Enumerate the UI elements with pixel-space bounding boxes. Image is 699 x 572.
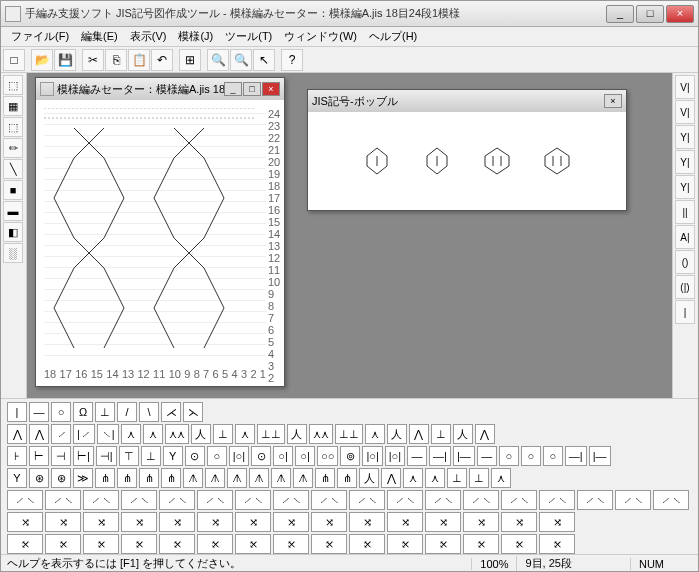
left-tool-1[interactable]: ▦ <box>3 96 23 116</box>
palette-symbol-2-9[interactable]: ○ <box>207 446 227 466</box>
palette-symbol-3-8[interactable]: ⩚ <box>183 468 203 488</box>
palette-symbol-5-4[interactable]: ⤨ <box>159 512 195 532</box>
left-tool-0[interactable]: ⬚ <box>3 75 23 95</box>
palette-symbol-2-12[interactable]: ○| <box>273 446 293 466</box>
copy-button[interactable]: ⎘ <box>105 49 127 71</box>
palette-symbol-3-13[interactable]: ⩚ <box>293 468 313 488</box>
palette-symbol-1-11[interactable]: ⊥⊥ <box>257 424 285 444</box>
palette-symbol-3-15[interactable]: ⋔ <box>337 468 357 488</box>
undo-button[interactable]: ↶ <box>151 49 173 71</box>
palette-symbol-1-4[interactable]: ⟍| <box>97 424 119 444</box>
palette-symbol-6-6[interactable]: ⤪ <box>235 534 271 554</box>
palette-symbol-1-2[interactable]: ⟋ <box>51 424 71 444</box>
palette-symbol-6-4[interactable]: ⤪ <box>159 534 195 554</box>
palette-symbol-5-12[interactable]: ⤨ <box>463 512 499 532</box>
palette-symbol-1-17[interactable]: ⋀ <box>409 424 429 444</box>
palette-symbol-2-2[interactable]: ⊣ <box>51 446 71 466</box>
palette-symbol-1-13[interactable]: ⋏⋏ <box>309 424 333 444</box>
palette-symbol-4-5[interactable]: ⟋⟍ <box>197 490 233 510</box>
left-tool-2[interactable]: ⬚ <box>3 117 23 137</box>
right-tool-7[interactable]: () <box>675 250 695 274</box>
cut-button[interactable]: ✂ <box>82 49 104 71</box>
palette-symbol-2-10[interactable]: |○| <box>229 446 249 466</box>
palette-symbol-2-26[interactable]: |— <box>589 446 611 466</box>
menu-help[interactable]: ヘルプ(H) <box>363 27 423 46</box>
palette-symbol-3-6[interactable]: ⋔ <box>139 468 159 488</box>
palette-symbol-3-7[interactable]: ⋔ <box>161 468 181 488</box>
palette-symbol-1-14[interactable]: ⊥⊥ <box>335 424 363 444</box>
palette-symbol-4-7[interactable]: ⟋⟍ <box>273 490 309 510</box>
palette-symbol-0-8[interactable]: ⋋ <box>183 402 203 422</box>
right-tool-2[interactable]: Y| <box>675 125 695 149</box>
child1-close[interactable]: × <box>262 82 280 96</box>
right-tool-4[interactable]: Y| <box>675 175 695 199</box>
palette-symbol-3-11[interactable]: ⩚ <box>249 468 269 488</box>
left-tool-6[interactable]: ▬ <box>3 201 23 221</box>
palette-symbol-2-4[interactable]: ⊣| <box>96 446 117 466</box>
palette-symbol-6-13[interactable]: ⤪ <box>501 534 537 554</box>
palette-symbol-1-8[interactable]: 人 <box>191 424 211 444</box>
palette-symbol-6-9[interactable]: ⤪ <box>349 534 385 554</box>
palette-symbol-2-1[interactable]: ⊢ <box>29 446 49 466</box>
palette-symbol-6-2[interactable]: ⤪ <box>83 534 119 554</box>
palette-symbol-1-19[interactable]: 人 <box>453 424 473 444</box>
palette-symbol-2-22[interactable]: ○ <box>499 446 519 466</box>
palette-symbol-5-11[interactable]: ⤨ <box>425 512 461 532</box>
palette-symbol-3-19[interactable]: ⋏ <box>425 468 445 488</box>
palette-symbol-2-23[interactable]: ○ <box>521 446 541 466</box>
palette-symbol-2-19[interactable]: —| <box>429 446 451 466</box>
palette-symbol-6-11[interactable]: ⤪ <box>425 534 461 554</box>
palette-symbol-0-2[interactable]: ○ <box>51 402 71 422</box>
right-tool-0[interactable]: V| <box>675 75 695 99</box>
help-button[interactable]: ? <box>281 49 303 71</box>
palette-symbol-3-14[interactable]: ⋔ <box>315 468 335 488</box>
palette-symbol-2-7[interactable]: Y <box>163 446 183 466</box>
palette-symbol-2-25[interactable]: —| <box>565 446 587 466</box>
palette-symbol-4-9[interactable]: ⟋⟍ <box>349 490 385 510</box>
save-button[interactable]: 💾 <box>54 49 76 71</box>
bobble-symbol-4[interactable] <box>542 146 572 176</box>
child1-min[interactable]: _ <box>224 82 242 96</box>
palette-symbol-1-15[interactable]: ⋏ <box>365 424 385 444</box>
palette-symbol-4-8[interactable]: ⟋⟍ <box>311 490 347 510</box>
palette-symbol-4-14[interactable]: ⟋⟍ <box>539 490 575 510</box>
palette-symbol-4-13[interactable]: ⟋⟍ <box>501 490 537 510</box>
palette-symbol-1-12[interactable]: 人 <box>287 424 307 444</box>
palette-symbol-3-3[interactable]: ≫ <box>73 468 93 488</box>
left-tool-8[interactable]: ░ <box>3 243 23 263</box>
palette-symbol-3-1[interactable]: ⊛ <box>29 468 49 488</box>
palette-symbol-5-1[interactable]: ⤨ <box>45 512 81 532</box>
palette-symbol-3-9[interactable]: ⩚ <box>205 468 225 488</box>
palette-symbol-1-10[interactable]: ⋏ <box>235 424 255 444</box>
right-tool-8[interactable]: (|) <box>675 275 695 299</box>
palette-symbol-0-4[interactable]: ⊥ <box>95 402 115 422</box>
palette-symbol-5-0[interactable]: ⤨ <box>7 512 43 532</box>
palette-symbol-1-3[interactable]: |⟋ <box>73 424 95 444</box>
palette-symbol-2-24[interactable]: ○ <box>543 446 563 466</box>
palette-symbol-2-17[interactable]: |○| <box>385 446 405 466</box>
chart-grid[interactable]: 242322212019181716151413121110987654321 … <box>36 100 284 386</box>
palette-symbol-6-7[interactable]: ⤪ <box>273 534 309 554</box>
palette-symbol-5-5[interactable]: ⤨ <box>197 512 233 532</box>
palette-symbol-6-14[interactable]: ⤪ <box>539 534 575 554</box>
palette-symbol-1-5[interactable]: ⋏ <box>121 424 141 444</box>
palette-symbol-0-0[interactable]: | <box>7 402 27 422</box>
palette-symbol-1-18[interactable]: ⊥ <box>431 424 451 444</box>
palette-symbol-3-21[interactable]: ⊥ <box>469 468 489 488</box>
palette-symbol-5-6[interactable]: ⤨ <box>235 512 271 532</box>
palette-symbol-6-5[interactable]: ⤪ <box>197 534 233 554</box>
palette-symbol-0-7[interactable]: ⋌ <box>161 402 181 422</box>
palette-symbol-0-3[interactable]: Ω <box>73 402 93 422</box>
palette-symbol-1-20[interactable]: ⋀ <box>475 424 495 444</box>
palette-symbol-2-15[interactable]: ⊚ <box>340 446 360 466</box>
palette-symbol-5-2[interactable]: ⤨ <box>83 512 119 532</box>
right-tool-1[interactable]: V| <box>675 100 695 124</box>
menu-window[interactable]: ウィンドウ(W) <box>278 27 363 46</box>
palette-symbol-3-17[interactable]: ⋀ <box>381 468 401 488</box>
palette-symbol-4-1[interactable]: ⟋⟍ <box>45 490 81 510</box>
palette-symbol-2-21[interactable]: — <box>477 446 497 466</box>
zoomin-button[interactable]: 🔍 <box>207 49 229 71</box>
palette-symbol-6-3[interactable]: ⤪ <box>121 534 157 554</box>
palette-symbol-2-13[interactable]: ○| <box>295 446 315 466</box>
right-tool-5[interactable]: || <box>675 200 695 224</box>
